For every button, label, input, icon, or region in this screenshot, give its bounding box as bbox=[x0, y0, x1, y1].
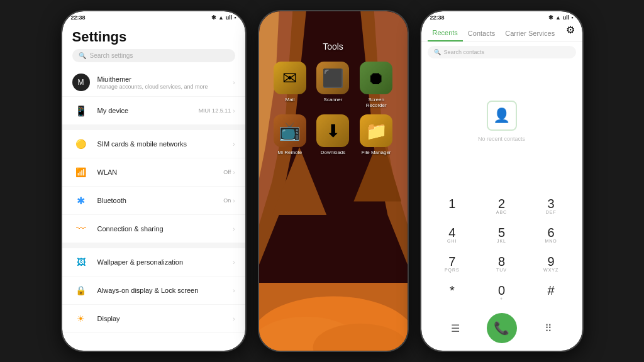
key-hash[interactable]: # bbox=[526, 279, 576, 308]
chevron-icon: › bbox=[233, 197, 235, 204]
battery-icon: ▪ bbox=[234, 14, 236, 21]
bluetooth-dialer-icon: ✱ bbox=[548, 14, 553, 21]
downloads-label: Downloads bbox=[321, 150, 346, 155]
menu-button[interactable]: ☰ bbox=[444, 317, 467, 339]
scanner-icon: ⬛ bbox=[316, 62, 349, 94]
wlan-icon: 📶 bbox=[72, 163, 90, 181]
settings-item-connection[interactable]: 〰 Connection & sharing › bbox=[62, 215, 245, 243]
search-contacts-placeholder: Search contacts bbox=[444, 49, 485, 55]
app-item-remote[interactable]: 📺 Mi Remote bbox=[272, 114, 309, 155]
contacts-search[interactable]: 🔍 Search contacts bbox=[428, 46, 576, 58]
settings-item-display[interactable]: ☀ Display › bbox=[62, 305, 245, 333]
remote-icon: 📺 bbox=[274, 114, 306, 147]
wlan-status: Off bbox=[223, 169, 231, 175]
mydevice-label: My device bbox=[97, 106, 191, 115]
settings-item-sim[interactable]: 🟡 SIM cards & mobile networks › bbox=[62, 130, 245, 158]
dialpad-button[interactable]: ⠿ bbox=[537, 317, 560, 339]
display-right: › bbox=[233, 315, 235, 322]
settings-screen: 22:38 ✱ ▲ ull ▪ Settings 🔍 Search settin… bbox=[62, 11, 245, 351]
miuithemer-label: Miuithemer bbox=[97, 75, 226, 84]
key-4[interactable]: 4 GHI bbox=[428, 221, 477, 250]
signal-icon: ▲ bbox=[218, 14, 224, 21]
battery-dialer-icon: ▪ bbox=[571, 14, 573, 21]
key-2[interactable]: 2 ABC bbox=[477, 192, 526, 221]
key-0[interactable]: 0 + bbox=[477, 279, 526, 308]
chevron-icon: › bbox=[233, 141, 235, 148]
key-1[interactable]: 1 bbox=[428, 192, 477, 221]
network-dialer-icon: ull bbox=[563, 14, 570, 21]
tab-contacts[interactable]: Contacts bbox=[463, 27, 500, 41]
network-icon: ull bbox=[226, 14, 233, 21]
key-7[interactable]: 7 PQRS bbox=[428, 250, 477, 279]
display-icon: ☀ bbox=[72, 310, 90, 327]
status-icons-dialer: ✱ ▲ ull ▪ bbox=[548, 14, 574, 21]
gear-button[interactable]: ⚙ bbox=[566, 24, 575, 36]
settings-item-miuithemer[interactable]: M Miuithemer Manage accounts, cloud serv… bbox=[62, 69, 245, 97]
wallpaper-text: Wallpaper & personalization bbox=[97, 258, 226, 266]
tab-carrier[interactable]: Carrier Services bbox=[500, 27, 560, 41]
divider-1 bbox=[62, 125, 245, 130]
search-icon: 🔍 bbox=[79, 52, 86, 59]
alwayson-text: Always-on display & Lock screen bbox=[97, 286, 226, 295]
search-placeholder: Search settings bbox=[90, 52, 133, 59]
phones-container: 22:38 ✱ ▲ ull ▪ Settings 🔍 Search settin… bbox=[0, 0, 644, 362]
wallpaper-label: Wallpaper & personalization bbox=[97, 258, 226, 266]
sim-right: › bbox=[233, 141, 235, 148]
settings-item-mydevice[interactable]: 📱 My device MIUI 12.5.11 › bbox=[62, 97, 245, 125]
filemanager-icon: 📁 bbox=[360, 114, 392, 147]
chevron-icon: › bbox=[233, 315, 235, 322]
divider-2 bbox=[62, 243, 245, 248]
call-button[interactable]: 📞 bbox=[487, 313, 517, 343]
wallpaper-icon: 🖼 bbox=[72, 253, 90, 271]
app-item-downloads[interactable]: ⬇ Downloads bbox=[314, 114, 352, 155]
settings-item-wallpaper[interactable]: 🖼 Wallpaper & personalization › bbox=[62, 248, 245, 277]
status-time-dialer: 22:38 bbox=[430, 14, 445, 21]
status-time-settings: 22:38 bbox=[71, 14, 86, 21]
dialer-tabs: Recents Contacts Carrier Services bbox=[421, 23, 582, 42]
chevron-icon: › bbox=[233, 226, 235, 233]
recorder-label: Screen Recorder bbox=[358, 97, 395, 108]
miuithemer-text: Miuithemer Manage accounts, cloud servic… bbox=[97, 75, 226, 90]
home-screen: 22:38 ✱ ▲ ull ▪ bbox=[259, 11, 408, 351]
mydevice-text: My device bbox=[97, 106, 191, 115]
status-icons-settings: ✱ ▲ ull ▪ bbox=[211, 14, 236, 21]
keypad: 1 2 ABC 3 DEF 4 GHI 5 JKL bbox=[421, 192, 582, 308]
mydevice-right: MIUI 12.5.11 › bbox=[199, 107, 235, 114]
settings-item-alwayson[interactable]: 🔒 Always-on display & Lock screen › bbox=[62, 277, 245, 305]
settings-item-wlan[interactable]: 📶 WLAN Off › bbox=[62, 158, 245, 187]
app-item-recorder[interactable]: ⏺ Screen Recorder bbox=[358, 62, 395, 108]
app-item-mail[interactable]: ✉ Mail bbox=[272, 62, 309, 108]
key-8[interactable]: 8 TUV bbox=[477, 250, 526, 279]
key-5[interactable]: 5 JKL bbox=[477, 221, 526, 250]
connection-text: Connection & sharing bbox=[97, 224, 226, 233]
key-6[interactable]: 6 MNO bbox=[526, 221, 576, 250]
no-contacts-area: 👤 No recent contacts bbox=[421, 62, 582, 192]
app-item-scanner[interactable]: ⬛ Scanner bbox=[314, 62, 352, 108]
wlan-label: WLAN bbox=[97, 168, 216, 177]
display-label: Display bbox=[97, 314, 226, 323]
bluetooth-status-icon: ✱ bbox=[211, 14, 216, 21]
app-item-filemanager[interactable]: 📁 File Manager bbox=[358, 114, 395, 155]
phone-home: 22:38 ✱ ▲ ull ▪ bbox=[258, 10, 409, 352]
mail-icon: ✉ bbox=[274, 62, 306, 94]
mail-label: Mail bbox=[285, 97, 294, 102]
connection-label: Connection & sharing bbox=[97, 224, 226, 233]
bluetooth-text: Bluetooth bbox=[97, 196, 216, 205]
settings-title: Settings bbox=[62, 23, 245, 49]
tab-recents[interactable]: Recents bbox=[428, 26, 463, 41]
folder-label: Tools bbox=[259, 23, 408, 62]
miuithemer-right: › bbox=[233, 79, 235, 86]
settings-item-bluetooth[interactable]: ✱ Bluetooth On › bbox=[62, 187, 245, 215]
key-star[interactable]: * bbox=[428, 279, 477, 308]
connection-icon: 〰 bbox=[72, 220, 90, 238]
sim-text: SIM cards & mobile networks bbox=[97, 140, 226, 148]
sim-icon: 🟡 bbox=[72, 135, 90, 153]
chevron-icon: › bbox=[233, 79, 235, 86]
connection-right: › bbox=[233, 226, 235, 233]
settings-search-bar[interactable]: 🔍 Search settings bbox=[72, 49, 235, 62]
key-9[interactable]: 9 WXYZ bbox=[526, 250, 576, 279]
chevron-icon: › bbox=[233, 107, 235, 114]
no-contact-icon: 👤 bbox=[487, 101, 517, 131]
key-3[interactable]: 3 DEF bbox=[526, 192, 576, 221]
phone-settings: 22:38 ✱ ▲ ull ▪ Settings 🔍 Search settin… bbox=[61, 10, 247, 352]
